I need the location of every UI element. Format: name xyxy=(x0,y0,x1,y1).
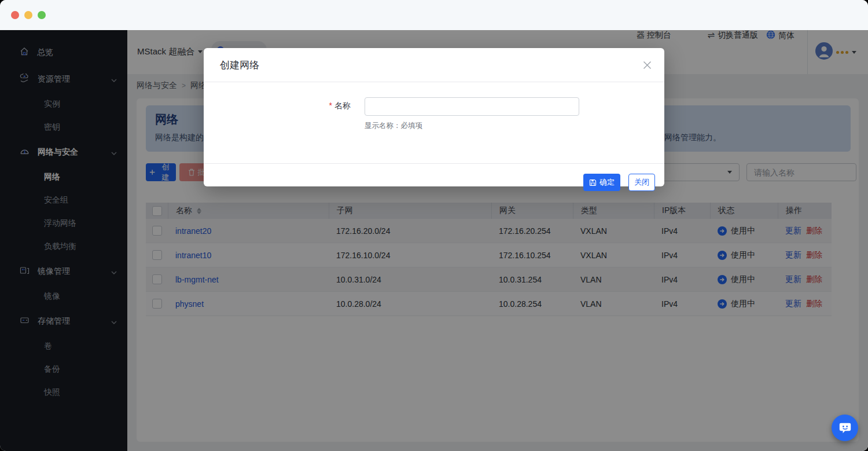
window-titlebar xyxy=(0,0,868,30)
window-close-button[interactable] xyxy=(11,11,19,19)
window-minimize-button[interactable] xyxy=(24,11,32,19)
modal-title: 创建网络 xyxy=(220,58,259,72)
name-field-label: *名称 xyxy=(204,97,365,116)
network-name-input[interactable] xyxy=(365,97,579,116)
support-chat-button[interactable] xyxy=(832,415,858,441)
modal-footer: 确定 关闭 xyxy=(204,163,664,201)
close-button-label: 关闭 xyxy=(634,177,649,188)
create-network-modal: 创建网络 *名称 显示名称：必填项 确定 关闭 xyxy=(204,48,664,186)
modal-body: *名称 显示名称：必填项 xyxy=(204,97,664,163)
confirm-button-label: 确定 xyxy=(599,177,615,188)
required-asterisk: * xyxy=(329,101,332,110)
save-icon xyxy=(589,179,597,186)
modal-header: 创建网络 xyxy=(204,48,664,82)
name-field-hint: 显示名称：必填项 xyxy=(365,121,664,131)
close-icon[interactable] xyxy=(643,61,652,69)
chat-smiley-icon xyxy=(838,421,852,435)
confirm-button[interactable]: 确定 xyxy=(583,174,620,191)
name-label-text: 名称 xyxy=(334,101,351,110)
app-window: 总览 资源管理 实例 密钥 网络与安全 网络 安全组 浮动网络 负载均衡 镜像管… xyxy=(0,0,868,451)
window-zoom-button[interactable] xyxy=(38,11,46,19)
close-button[interactable]: 关闭 xyxy=(628,174,655,191)
